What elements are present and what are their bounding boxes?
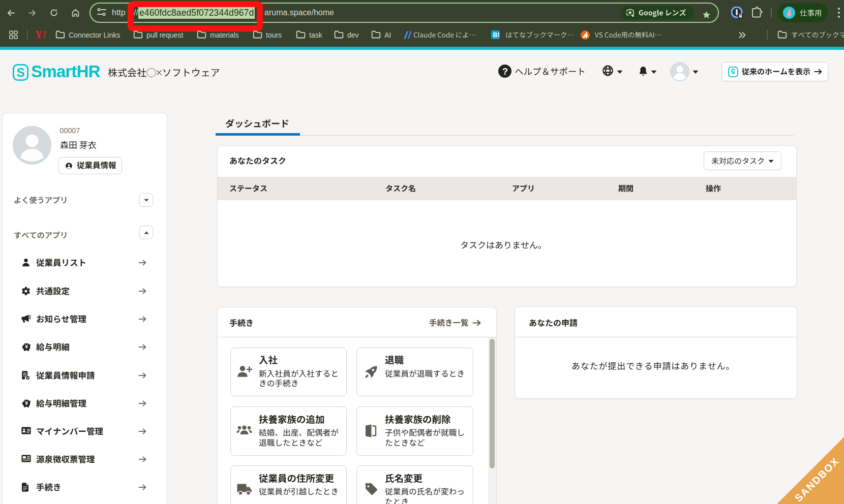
- svg-text:S: S: [16, 66, 24, 79]
